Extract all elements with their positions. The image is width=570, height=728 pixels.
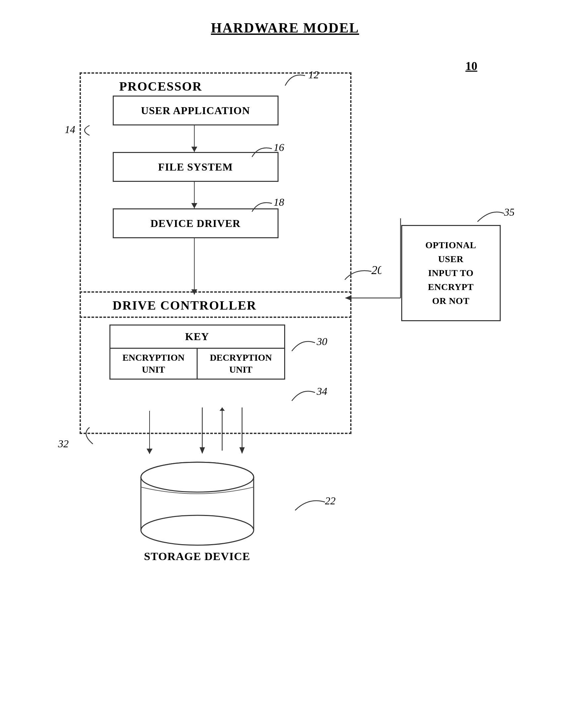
file-system-box: FILE SYSTEM bbox=[113, 152, 279, 182]
decryption-unit-label: DECRYPTIONUNIT bbox=[210, 352, 272, 376]
arrow-filesys-to-devdrv bbox=[194, 182, 195, 208]
key-row: KEY bbox=[110, 326, 284, 349]
svg-text:18: 18 bbox=[274, 196, 284, 208]
svg-point-18 bbox=[141, 515, 254, 545]
ref30-arrow: 30 bbox=[288, 335, 328, 354]
ref35-arrow: 35 bbox=[471, 202, 514, 225]
svg-text:32: 32 bbox=[58, 438, 69, 449]
key-group: KEY ENCRYPTIONUNIT DECRYPTIONUNIT bbox=[109, 325, 285, 380]
encryption-unit-label: ENCRYPTIONUNIT bbox=[122, 352, 184, 376]
user-application-label: USER APPLICATION bbox=[141, 105, 250, 117]
encryption-unit: ENCRYPTIONUNIT bbox=[110, 349, 198, 379]
svg-point-19 bbox=[141, 462, 254, 492]
storage-group: STORAGE DEVICE bbox=[109, 454, 285, 563]
optional-user-input-label: OPTIONALUSERINPUT TOENCRYPTOR NOT bbox=[425, 238, 476, 308]
device-driver-box: DEVICE DRIVER bbox=[113, 208, 279, 238]
arrow-enc-to-storage bbox=[149, 411, 150, 454]
svg-marker-8 bbox=[200, 447, 205, 454]
user-application-box: USER APPLICATION bbox=[113, 96, 279, 126]
svg-text:30: 30 bbox=[316, 336, 327, 347]
diagram-container: 10 12 PROCESSOR 14 USER APPLICATION 16 F… bbox=[53, 56, 517, 686]
decryption-unit: DECRYPTIONUNIT bbox=[198, 349, 284, 379]
svg-text:22: 22 bbox=[325, 495, 336, 507]
svg-text:35: 35 bbox=[504, 206, 514, 218]
arrows-storage bbox=[186, 407, 259, 461]
arrow-devdrv-to-drvcntrl bbox=[194, 238, 195, 295]
svg-marker-12 bbox=[239, 447, 245, 454]
svg-marker-24 bbox=[345, 295, 351, 301]
svg-text:16: 16 bbox=[274, 141, 284, 153]
processor-label: PROCESSOR bbox=[119, 79, 202, 94]
page-title: HARDWARE MODEL bbox=[211, 20, 359, 36]
svg-text:34: 34 bbox=[316, 385, 327, 397]
ref32-arrow: 32 bbox=[56, 424, 99, 450]
optional-user-input-box: OPTIONALUSERINPUT TOENCRYPTOR NOT bbox=[401, 225, 501, 321]
key-label: KEY bbox=[185, 331, 209, 343]
ref-10: 10 bbox=[466, 59, 478, 73]
storage-device-label: STORAGE DEVICE bbox=[144, 550, 250, 563]
arrow-user-to-filesys bbox=[194, 126, 195, 152]
ref22-arrow: 22 bbox=[292, 491, 338, 517]
page: HARDWARE MODEL 10 12 PROCESSOR 14 USER A… bbox=[0, 0, 570, 728]
svg-text:14: 14 bbox=[65, 124, 75, 135]
ref34-arrow: 34 bbox=[288, 384, 328, 404]
ref14-arrow: 14 bbox=[63, 121, 96, 140]
file-system-label: FILE SYSTEM bbox=[158, 161, 233, 173]
storage-cylinder bbox=[131, 454, 264, 547]
enc-dec-row: ENCRYPTIONUNIT DECRYPTIONUNIT bbox=[110, 349, 284, 379]
device-driver-label: DEVICE DRIVER bbox=[151, 217, 241, 230]
svg-marker-10 bbox=[220, 407, 225, 411]
drive-controller-label: DRIVE CONTROLLER bbox=[113, 298, 257, 313]
optional-to-drive-arrow bbox=[341, 218, 408, 321]
